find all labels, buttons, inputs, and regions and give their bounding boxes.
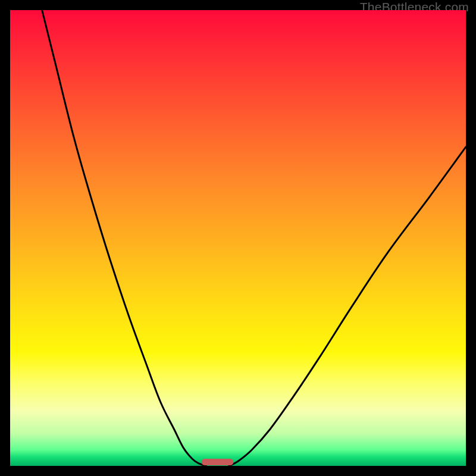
chart-svg — [10, 10, 466, 466]
highlight-bar — [202, 459, 234, 465]
curve-layer — [42, 10, 466, 466]
curve-left-curve — [42, 10, 206, 466]
marker-layer — [202, 459, 234, 465]
chart-frame: TheBottleneck.com — [0, 0, 476, 476]
curve-right-curve — [229, 147, 466, 466]
plot-area — [10, 10, 466, 466]
